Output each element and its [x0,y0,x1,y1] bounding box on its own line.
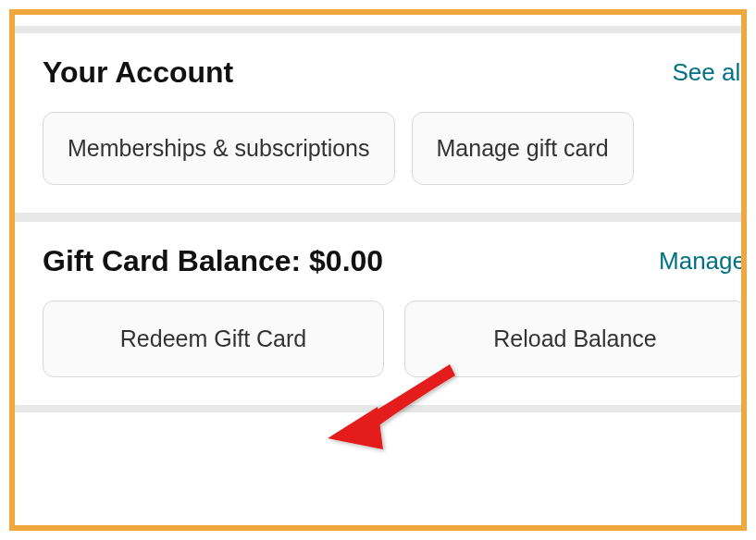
redeem-gift-card-button[interactable]: Redeem Gift Card [43,301,384,377]
see-all-link[interactable]: See all [673,58,747,87]
your-account-title: Your Account [43,55,233,90]
your-account-section: Your Account See all Memberships & subsc… [15,33,747,213]
manage-gift-card-button[interactable]: Manage gift card [412,112,634,185]
section-divider [15,213,747,222]
reload-balance-button[interactable]: Reload Balance [404,301,746,377]
account-header: Your Account See all [43,55,746,90]
manage-link[interactable]: Manage [659,247,746,276]
screenshot-frame: Your Account See all Memberships & subsc… [9,9,747,531]
gift-button-row: Redeem Gift Card Reload Balance [43,301,746,377]
account-button-row: Memberships & subscriptions Manage gift … [43,112,746,185]
top-divider [15,26,747,33]
gift-header: Gift Card Balance: $0.00 Manage [43,244,746,278]
content-area: Your Account See all Memberships & subsc… [15,15,747,412]
gift-card-balance-title: Gift Card Balance: $0.00 [43,244,383,278]
memberships-button[interactable]: Memberships & subscriptions [43,112,395,185]
gift-card-balance-section: Gift Card Balance: $0.00 Manage Redeem G… [15,222,747,405]
bottom-divider [15,405,747,412]
